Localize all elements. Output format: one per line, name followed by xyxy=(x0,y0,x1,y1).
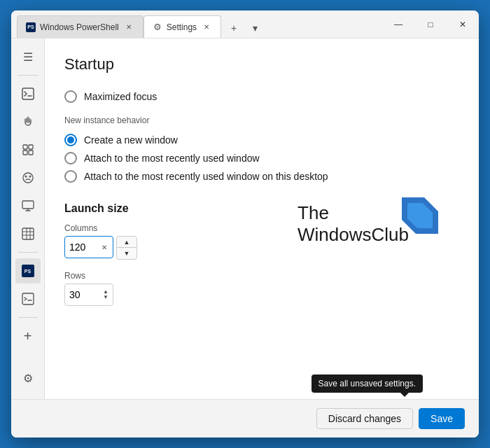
section-new-instance-label: New instance behavior xyxy=(64,115,459,125)
palette-svg-icon xyxy=(22,172,34,184)
radio-create-window-circle xyxy=(64,134,77,146)
radio-attach-recently[interactable]: Attach to the most recently used window xyxy=(64,149,459,167)
tab-powershell-label: Windows PowerShell xyxy=(40,22,119,32)
main-window: PS Windows PowerShell ✕ ⚙ Settings ✕ + ▾… xyxy=(11,10,479,438)
sidebar-item-add[interactable]: + xyxy=(15,323,41,349)
maximize-button[interactable]: □ xyxy=(414,10,447,38)
sidebar-divider-1 xyxy=(18,75,38,76)
sidebar-item-palette[interactable] xyxy=(15,165,41,190)
svg-rect-3 xyxy=(23,150,27,155)
footer: Save all unsaved settings. Discard chang… xyxy=(11,399,479,438)
sidebar-divider-3 xyxy=(18,317,38,318)
rows-field: Rows ▲ ▼ xyxy=(64,271,459,306)
window-body: ☰ xyxy=(11,38,479,399)
sidebar-item-settings[interactable]: ⚙ xyxy=(15,365,41,391)
cmd-svg-icon xyxy=(22,293,34,305)
columns-clear-button[interactable]: ✕ xyxy=(100,242,108,253)
discard-changes-button[interactable]: Discard changes xyxy=(316,408,413,429)
tooltip-bubble: Save all unsaved settings. xyxy=(312,374,423,393)
radio-maximized-focus-circle xyxy=(64,90,77,103)
ps-small-icon: PS xyxy=(22,265,34,277)
radio-maximized-focus-label: Maximized focus xyxy=(84,91,157,102)
dropdown-button[interactable]: ▾ xyxy=(245,18,265,38)
close-button[interactable]: ✕ xyxy=(447,10,479,38)
rows-arrows: ▲ ▼ xyxy=(103,289,108,300)
watermark-container: The WindowsClub xyxy=(298,202,438,246)
watermark-line2: WindowsClub xyxy=(298,224,409,246)
sidebar-item-hand[interactable] xyxy=(15,109,41,134)
sidebar-item-layers[interactable] xyxy=(15,137,41,162)
svg-rect-4 xyxy=(29,150,33,155)
minimize-button[interactable]: — xyxy=(382,10,414,38)
tab-powershell[interactable]: PS Windows PowerShell ✕ xyxy=(17,15,144,38)
radio-create-window-label: Create a new window xyxy=(84,134,178,146)
tab-settings-label: Settings xyxy=(167,22,197,32)
layers-svg-icon xyxy=(22,144,34,156)
sidebar-item-monitor[interactable] xyxy=(15,193,41,218)
sidebar-item-terminal[interactable] xyxy=(15,81,41,106)
tooltip-text: Save all unsaved settings. xyxy=(318,379,416,388)
columns-spinner-container: ✕ ▲ ▼ xyxy=(64,236,137,260)
radio-attach-desktop-label: Attach to the most recently used window … xyxy=(84,171,328,182)
sidebar-item-table[interactable] xyxy=(15,221,41,246)
svg-point-6 xyxy=(24,176,27,178)
columns-input[interactable] xyxy=(69,241,97,253)
powershell-tab-icon: PS xyxy=(26,22,36,32)
terminal-svg-icon xyxy=(22,88,34,100)
columns-label: Columns xyxy=(64,223,137,233)
svg-rect-0 xyxy=(22,88,34,99)
monitor-svg-icon xyxy=(22,200,34,212)
svg-rect-8 xyxy=(22,201,34,209)
page-title: Startup xyxy=(64,55,459,74)
launch-size-fields: Columns ✕ ▲ ▼ xyxy=(64,223,459,260)
columns-arrows: ▲ ▼ xyxy=(116,236,137,260)
radio-attach-desktop[interactable]: Attach to the most recently used window … xyxy=(64,167,459,186)
svg-rect-9 xyxy=(22,228,34,239)
radio-maximized-focus[interactable]: Maximized focus xyxy=(64,88,459,106)
sidebar-divider-2 xyxy=(18,252,38,253)
sidebar-item-powershell[interactable]: PS xyxy=(15,258,41,284)
svg-rect-2 xyxy=(29,145,33,149)
tab-powershell-close[interactable]: ✕ xyxy=(123,22,134,33)
columns-up-button[interactable]: ▲ xyxy=(117,237,136,248)
tab-settings-close[interactable]: ✕ xyxy=(201,22,212,33)
radio-attach-recently-circle xyxy=(64,152,77,164)
radio-create-window[interactable]: Create a new window xyxy=(64,131,459,149)
radio-attach-recently-label: Attach to the most recently used window xyxy=(84,153,260,164)
hand-svg-icon xyxy=(22,115,34,128)
rows-down-button[interactable]: ▼ xyxy=(103,295,108,300)
tab-settings[interactable]: ⚙ Settings ✕ xyxy=(144,15,221,38)
columns-input-wrap: ✕ xyxy=(64,236,113,258)
columns-field: Columns ✕ ▲ ▼ xyxy=(64,223,137,260)
save-button[interactable]: Save xyxy=(419,408,465,429)
rows-input[interactable] xyxy=(69,289,92,300)
watermark-line1: The xyxy=(298,202,409,224)
main-content-area: Startup Maximized focus New instance beh… xyxy=(45,38,479,399)
rows-spinner: ▲ ▼ xyxy=(64,284,113,306)
settings-tab-icon: ⚙ xyxy=(153,22,162,32)
tab-actions: + ▾ xyxy=(221,18,267,38)
watermark-text-wrap: The WindowsClub xyxy=(298,202,409,246)
titlebar: PS Windows PowerShell ✕ ⚙ Settings ✕ + ▾… xyxy=(11,10,479,38)
window-controls: — □ ✕ xyxy=(382,10,479,38)
sidebar-item-cmd[interactable] xyxy=(15,286,41,312)
svg-point-7 xyxy=(29,176,31,178)
watermark-club: WindowsClub xyxy=(298,224,409,245)
svg-rect-1 xyxy=(23,145,27,149)
svg-rect-10 xyxy=(22,293,34,304)
radio-attach-desktop-circle xyxy=(64,170,77,183)
sidebar: ☰ xyxy=(11,38,45,399)
svg-point-5 xyxy=(23,173,33,183)
tabs-area: PS Windows PowerShell ✕ ⚙ Settings ✕ + ▾ xyxy=(11,10,382,38)
rows-label: Rows xyxy=(64,271,459,281)
watermark-the: The xyxy=(298,202,329,223)
columns-down-button[interactable]: ▼ xyxy=(117,248,136,259)
sidebar-item-menu[interactable]: ☰ xyxy=(15,44,41,69)
table-svg-icon xyxy=(22,227,34,240)
add-tab-button[interactable]: + xyxy=(224,18,244,38)
